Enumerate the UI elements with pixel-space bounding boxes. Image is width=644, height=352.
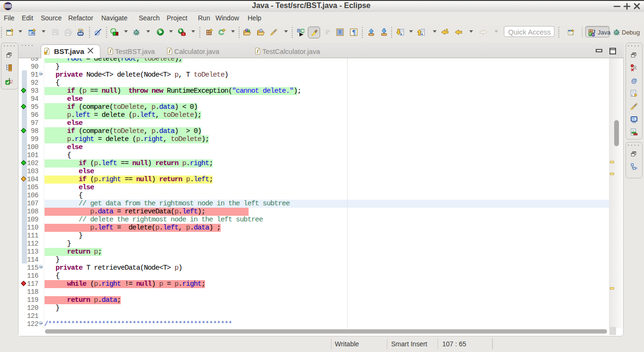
svg-text:R: R: [633, 64, 637, 71]
svg-text:J: J: [109, 49, 111, 54]
svg-text:J: J: [256, 49, 259, 54]
svg-text:J: J: [168, 49, 170, 54]
svg-text:¶: ¶: [352, 28, 356, 36]
svg-text:@: @: [631, 77, 637, 84]
svg-text:!: !: [45, 52, 46, 54]
